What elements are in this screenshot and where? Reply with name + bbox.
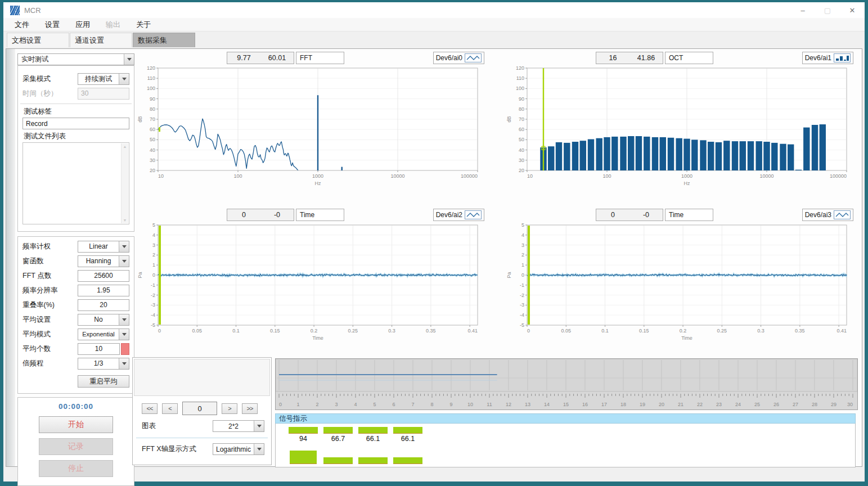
cursor-readout: 9.77 60.01 — [227, 52, 294, 64]
svg-text:-1: -1 — [151, 282, 155, 288]
channel-box[interactable]: Dev6/ai0 — [433, 52, 484, 64]
maximize-button[interactable]: ▢ — [815, 2, 840, 18]
freq-resolution-field[interactable]: 1.95 — [78, 285, 129, 296]
close-button[interactable]: ✕ — [840, 2, 865, 18]
nav-first-button[interactable]: << — [142, 403, 158, 414]
fft-plot[interactable]: 2030405060708090100110120101001000100001… — [136, 65, 485, 187]
time-seconds-label: 时间（秒） — [23, 89, 78, 98]
signal-level-value: 66.7 — [323, 435, 353, 443]
record-navigator: << < 0 > >> — [142, 402, 264, 415]
app-icon — [10, 6, 20, 15]
menu-file[interactable]: 文件 — [7, 20, 37, 30]
signal-level-meter — [358, 457, 388, 464]
svg-text:60: 60 — [519, 127, 524, 132]
chart-header: 0 -0 Time Dev6/ai3 — [501, 208, 861, 222]
overlap-field[interactable]: 20 — [78, 299, 129, 311]
chart-type-box[interactable]: FFT — [296, 52, 344, 64]
chart-header: 9.77 60.01 FFT Dev6/ai0 — [132, 51, 492, 65]
svg-text:24: 24 — [735, 402, 741, 407]
svg-text:18: 18 — [620, 402, 626, 407]
chart-type-box[interactable]: OCT — [665, 52, 713, 64]
test-file-list[interactable]: ▲ ▼ — [23, 142, 129, 224]
signal-level-meter — [290, 451, 317, 464]
cursor-y-value: -0 — [260, 209, 294, 220]
channel-box[interactable]: Dev6/ai3 — [802, 209, 853, 221]
averaging-mode-dropdown[interactable]: Exponential — [78, 328, 129, 340]
test-tag-field[interactable]: Record — [23, 118, 129, 129]
scroll-down-icon[interactable]: ▼ — [123, 218, 127, 222]
averaging-setting-value: No — [78, 316, 119, 323]
chart-type-box[interactable]: Time — [665, 209, 713, 221]
acq-mode-value: 持续测试 — [78, 74, 119, 84]
nav-next-button[interactable]: > — [222, 403, 237, 414]
tab-document-settings[interactable]: 文档设置 — [7, 33, 69, 47]
channel-label: Dev6/ai0 — [436, 54, 462, 62]
average-count-label: 平均个数 — [23, 344, 78, 354]
chart-layout-dropdown[interactable]: 2*2 — [213, 420, 264, 432]
nav-index-field[interactable]: 0 — [182, 402, 217, 415]
cursor-readout: 16 41.86 — [596, 52, 663, 64]
svg-text:6: 6 — [392, 402, 395, 407]
svg-text:-2: -2 — [520, 292, 524, 298]
svg-text:0.35: 0.35 — [795, 328, 805, 334]
svg-text:50: 50 — [519, 137, 524, 142]
svg-text:10: 10 — [158, 173, 164, 179]
svg-text:23: 23 — [716, 402, 722, 407]
chart-type-box[interactable]: Time — [296, 209, 344, 221]
window-function-dropdown[interactable]: Hanning — [78, 255, 129, 267]
signal-top-bar — [323, 427, 353, 434]
svg-text:10000: 10000 — [759, 173, 773, 179]
preset-dropdown[interactable]: 实时测试 — [17, 53, 134, 65]
app-title: MCR — [24, 6, 41, 15]
tab-data-acquisition[interactable]: 数据采集 — [133, 33, 195, 47]
averaging-setting-dropdown[interactable]: No — [78, 314, 129, 326]
acq-mode-dropdown[interactable]: 持续测试 — [78, 73, 129, 85]
svg-text:19: 19 — [640, 402, 645, 407]
svg-text:90: 90 — [150, 96, 155, 102]
chart-layout-value: 2*2 — [213, 422, 254, 430]
octave-value: 1/3 — [78, 359, 119, 367]
menu-settings[interactable]: 设置 — [37, 20, 68, 30]
freq-weighting-dropdown[interactable]: Linear — [78, 241, 129, 253]
time-seconds-field: 30 — [78, 88, 129, 100]
svg-text:1000: 1000 — [312, 173, 323, 179]
timeline-ruler[interactable]: 0123456789101112131415161718192021222324… — [276, 359, 857, 410]
svg-text:0.41: 0.41 — [467, 328, 478, 334]
time-plot-a[interactable]: -5-4-3-2-101234500.050.10.150.20.250.30.… — [136, 222, 485, 342]
chevron-down-icon — [119, 358, 129, 369]
menu-about[interactable]: 关于 — [128, 20, 159, 30]
svg-text:0.3: 0.3 — [388, 328, 395, 334]
menu-application[interactable]: 应用 — [68, 20, 98, 30]
channel-box[interactable]: Dev6/ai2 — [433, 209, 484, 221]
tab-channel-settings[interactable]: 通道设置 — [70, 33, 132, 47]
channel-box[interactable]: Dev6/ai1 — [802, 52, 853, 64]
file-list-label: 测试文件列表 — [24, 132, 128, 141]
fft-points-field[interactable]: 25600 — [78, 270, 129, 282]
restart-average-button[interactable]: 重启平均 — [78, 375, 129, 388]
nav-last-button[interactable]: >> — [242, 403, 258, 414]
left-gutter — [6, 49, 15, 466]
record-button: 记录 — [39, 438, 113, 455]
nav-prev-button[interactable]: < — [162, 403, 178, 414]
minimize-button[interactable]: – — [790, 2, 815, 18]
list-scrollbar[interactable]: ▲ ▼ — [121, 143, 128, 223]
time-plot-b[interactable]: -5-4-3-2-101234500.050.10.150.20.250.30.… — [505, 222, 854, 342]
fft-xaxis-mode-value: Logarithmic — [213, 446, 254, 453]
divider — [20, 104, 132, 104]
svg-text:20: 20 — [150, 168, 155, 173]
svg-text:4: 4 — [354, 402, 357, 407]
scroll-up-icon[interactable]: ▲ — [123, 145, 127, 148]
svg-text:0: 0 — [158, 328, 161, 334]
svg-text:30: 30 — [847, 402, 853, 407]
svg-text:30: 30 — [150, 158, 155, 163]
svg-text:0.41: 0.41 — [836, 328, 847, 334]
average-count-field[interactable]: 10 — [78, 343, 120, 355]
octave-dropdown[interactable]: 1/3 — [78, 358, 129, 370]
start-button[interactable]: 开始 — [39, 416, 113, 433]
signal-level-meter — [323, 457, 353, 464]
fft-xaxis-mode-dropdown[interactable]: Logarithmic — [213, 443, 264, 455]
svg-text:27: 27 — [793, 402, 798, 407]
svg-text:15: 15 — [563, 402, 569, 407]
oct-plot[interactable]: 2030405060708090100110120101001000100001… — [505, 65, 854, 187]
svg-text:-2: -2 — [151, 292, 155, 298]
